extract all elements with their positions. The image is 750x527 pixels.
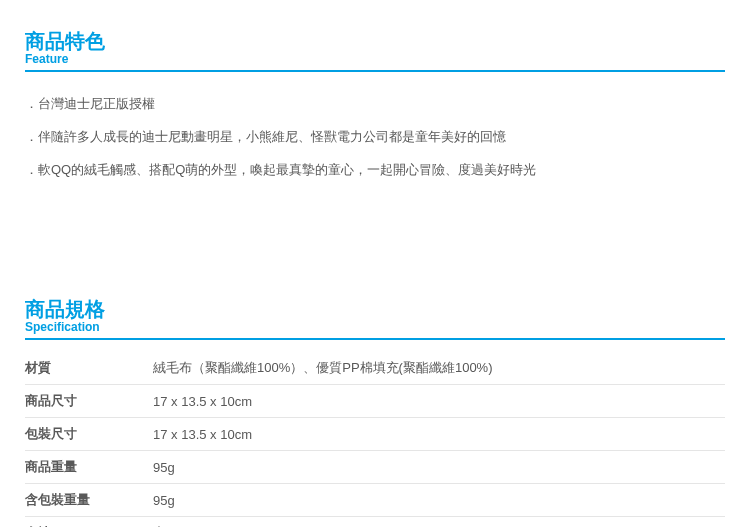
spec-header: 商品規格 Specification (25, 296, 725, 340)
spec-value: 95g (153, 451, 725, 484)
spec-row: 產地 中國 (25, 517, 725, 527)
spec-row: 材質 絨毛布（聚酯纖維100%）、優質PP棉填充(聚酯纖維100%) (25, 352, 725, 385)
spec-label: 商品重量 (25, 451, 153, 484)
feature-title-en: Feature (25, 52, 725, 66)
spec-label: 含包裝重量 (25, 484, 153, 517)
feature-item: ．軟QQ的絨毛觸感、搭配Q萌的外型，喚起最真摯的童心，一起開心冒險、度過美好時光 (25, 154, 725, 187)
spec-label: 包裝尺寸 (25, 418, 153, 451)
spec-row: 包裝尺寸 17 x 13.5 x 10cm (25, 418, 725, 451)
spec-value: 95g (153, 484, 725, 517)
spec-value: 絨毛布（聚酯纖維100%）、優質PP棉填充(聚酯纖維100%) (153, 352, 725, 385)
spec-value: 17 x 13.5 x 10cm (153, 418, 725, 451)
spec-value: 17 x 13.5 x 10cm (153, 385, 725, 418)
feature-title-cn: 商品特色 (25, 28, 725, 54)
spec-row: 商品重量 95g (25, 451, 725, 484)
spec-title-en: Specification (25, 320, 725, 334)
feature-item: ．伴隨許多人成長的迪士尼動畫明星，小熊維尼、怪獸電力公司都是童年美好的回憶 (25, 121, 725, 154)
spec-label: 產地 (25, 517, 153, 527)
spec-title-cn: 商品規格 (25, 296, 725, 322)
spec-row: 含包裝重量 95g (25, 484, 725, 517)
feature-list: ．台灣迪士尼正版授權 ．伴隨許多人成長的迪士尼動畫明星，小熊維尼、怪獸電力公司都… (25, 84, 725, 190)
feature-item: ．台灣迪士尼正版授權 (25, 88, 725, 121)
feature-header: 商品特色 Feature (25, 28, 725, 72)
spec-label: 商品尺寸 (25, 385, 153, 418)
spec-value: 中國 (153, 517, 725, 527)
spec-row: 商品尺寸 17 x 13.5 x 10cm (25, 385, 725, 418)
spec-table: 材質 絨毛布（聚酯纖維100%）、優質PP棉填充(聚酯纖維100%) 商品尺寸 … (25, 352, 725, 527)
spec-label: 材質 (25, 352, 153, 385)
